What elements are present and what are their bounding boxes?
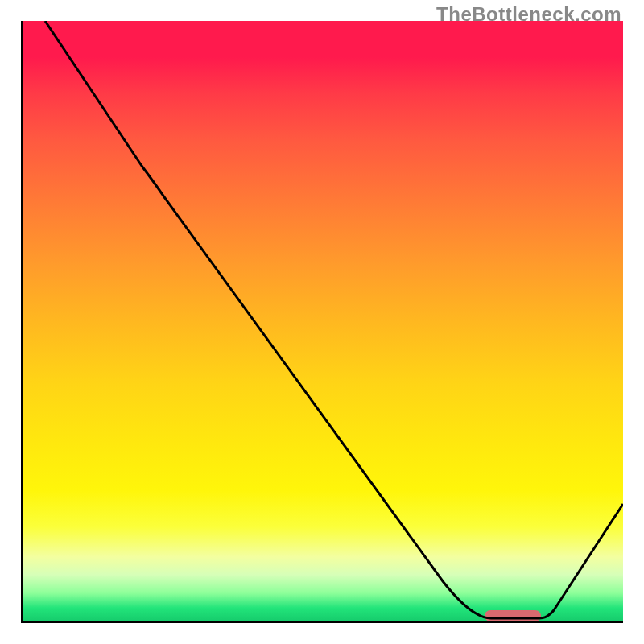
plot-area bbox=[21, 21, 623, 623]
bottleneck-curve bbox=[21, 21, 623, 623]
chart-container: TheBottleneck.com bbox=[0, 0, 644, 644]
